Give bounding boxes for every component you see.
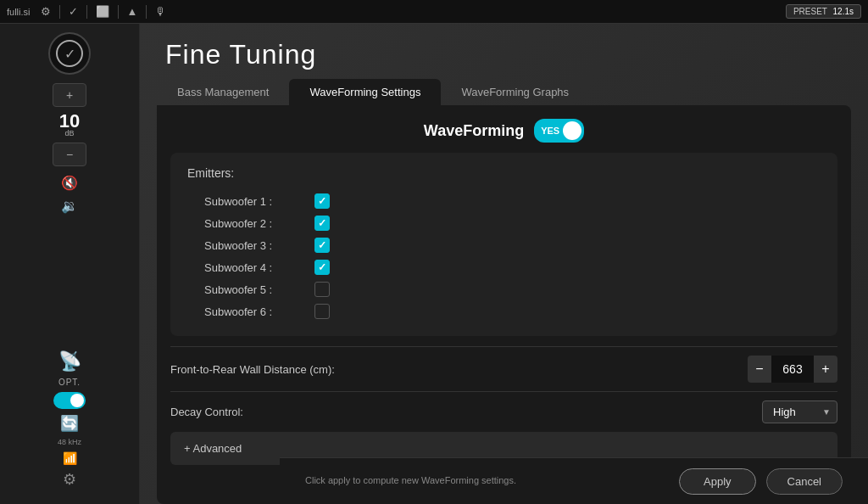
subwoofer-1-checkbox[interactable] [314, 193, 330, 209]
subwoofer-4-row: Subwoofer 4 : [187, 256, 821, 278]
tab-waveforming-graphs[interactable]: WaveForming Graphs [441, 79, 589, 105]
volume-controls: + 10 dB − [0, 83, 139, 166]
volume-value: 10 [59, 112, 80, 131]
decay-dropdown[interactable]: Low Medium High [762, 400, 837, 423]
decay-label: Decay Control: [170, 406, 762, 418]
hz-label: 48 kHz [58, 438, 81, 446]
tabs-container: Bass Management WaveForming Settings Wav… [140, 79, 868, 105]
opt-toggle[interactable] [53, 392, 86, 409]
wifi-icon: 📶 [63, 451, 77, 465]
waveforming-toggle[interactable]: YES [534, 119, 584, 143]
toggle-yes-label: YES [541, 126, 559, 136]
advanced-label: + Advanced [184, 442, 242, 455]
volume-up-button[interactable]: + [53, 83, 86, 107]
chart-icon[interactable]: ▲ [127, 5, 138, 18]
divider-1 [59, 5, 60, 19]
plus-icon: + [66, 88, 73, 102]
emitters-card: Emitters: Subwoofer 1 : Subwoofer 2 : Su… [170, 153, 837, 336]
tab-bass-management[interactable]: Bass Management [157, 79, 289, 105]
mic-icon[interactable]: 🎙 [155, 5, 166, 18]
waveforming-title: WaveForming [424, 122, 524, 140]
sidebar: ✓ + 10 dB − 🔇 🔉 📡 OPT. 🔄 [0, 24, 140, 504]
sync-icon[interactable]: 🔄 [60, 414, 79, 433]
speaker-icon[interactable]: 🔉 [61, 198, 78, 214]
distance-increase-button[interactable]: + [814, 356, 837, 383]
decay-dropdown-wrapper: Low Medium High ▼ [762, 400, 837, 423]
preset-display: PRESET 12.1s [786, 4, 861, 19]
app-name: fulli.si [7, 7, 31, 17]
waveforming-header: WaveForming YES [157, 105, 851, 153]
distance-decrease-button[interactable]: − [748, 356, 771, 383]
distance-control: − 663 + [748, 356, 837, 383]
emitters-label: Emitters: [187, 166, 821, 180]
subwoofer-3-row: Subwoofer 3 : [187, 234, 821, 256]
top-bar-icons: ⚙ ✓ ⬜ ▲ 🎙 [41, 5, 167, 19]
distance-row: Front-to-Rear Wall Distance (cm): − 663 … [170, 346, 837, 391]
sidebar-icons: 🔇 🔉 [61, 175, 78, 214]
volume-down-button[interactable]: − [53, 143, 86, 166]
subwoofer-2-row: Subwoofer 2 : [187, 212, 821, 234]
main-layout: ✓ + 10 dB − 🔇 🔉 📡 OPT. 🔄 [0, 24, 868, 504]
cancel-button[interactable]: Cancel [766, 468, 843, 495]
subwoofer-5-checkbox[interactable] [314, 282, 330, 297]
apply-button[interactable]: Apply [679, 468, 756, 495]
tab-waveforming-settings[interactable]: WaveForming Settings [289, 79, 441, 105]
settings-icon[interactable]: ⚙ [41, 5, 51, 18]
top-bar: fulli.si ⚙ ✓ ⬜ ▲ 🎙 PRESET 12.1s [0, 0, 868, 24]
mute-icon[interactable]: 🔇 [61, 175, 78, 191]
distance-value: 663 [771, 356, 814, 383]
sidebar-bottom: 📡 OPT. 🔄 48 kHz 📶 ⚙ [53, 350, 86, 496]
divider-2 [86, 5, 87, 19]
subwoofer-3-checkbox[interactable] [314, 238, 330, 253]
preset-label: PRESET [793, 7, 827, 16]
subwoofer-4-label: Subwoofer 4 : [204, 261, 306, 274]
subwoofer-2-checkbox[interactable] [314, 216, 330, 231]
bottom-hint: Click apply to compute new WaveForming s… [305, 474, 516, 487]
logo: ✓ [48, 32, 91, 75]
subwoofer-6-label: Subwoofer 6 : [204, 305, 306, 318]
divider-4 [146, 5, 147, 19]
page-header: Fine Tuning [140, 24, 868, 79]
subwoofer-6-row: Subwoofer 6 : [187, 300, 821, 322]
distance-label: Front-to-Rear Wall Distance (cm): [170, 363, 748, 376]
bottom-bar: Click apply to compute new WaveForming s… [280, 457, 868, 504]
check-icon[interactable]: ✓ [69, 5, 78, 18]
minus-icon: − [66, 148, 73, 161]
page-title: Fine Tuning [165, 39, 843, 70]
satellite-icon[interactable]: 📡 [58, 350, 81, 372]
content-area: Fine Tuning Bass Management WaveForming … [140, 24, 868, 504]
divider-3 [118, 5, 119, 19]
subwoofer-1-label: Subwoofer 1 : [204, 195, 306, 208]
subwoofer-3-label: Subwoofer 3 : [204, 239, 306, 252]
subwoofer-2-label: Subwoofer 2 : [204, 217, 306, 230]
subwoofer-1-row: Subwoofer 1 : [187, 190, 821, 212]
subwoofer-4-checkbox[interactable] [314, 260, 330, 275]
toggle-knob [563, 121, 581, 140]
subwoofer-6-checkbox[interactable] [314, 304, 330, 319]
toggle-knob [70, 394, 84, 407]
subwoofer-5-label: Subwoofer 5 : [204, 283, 306, 296]
preset-value: 12.1s [833, 7, 854, 16]
bottom-actions: Apply Cancel [679, 468, 843, 495]
monitor-icon[interactable]: ⬜ [96, 5, 109, 18]
panel-scroll[interactable]: Emitters: Subwoofer 1 : Subwoofer 2 : Su… [157, 153, 851, 504]
decay-row: Decay Control: Low Medium High ▼ [170, 391, 837, 432]
settings-sidebar-icon[interactable]: ⚙ [63, 470, 76, 489]
subwoofer-5-row: Subwoofer 5 : [187, 278, 821, 300]
main-panel: WaveForming YES Emitters: Subwoofer 1 : [157, 105, 851, 504]
opt-label: OPT. [58, 378, 81, 387]
logo-inner: ✓ [56, 40, 83, 67]
